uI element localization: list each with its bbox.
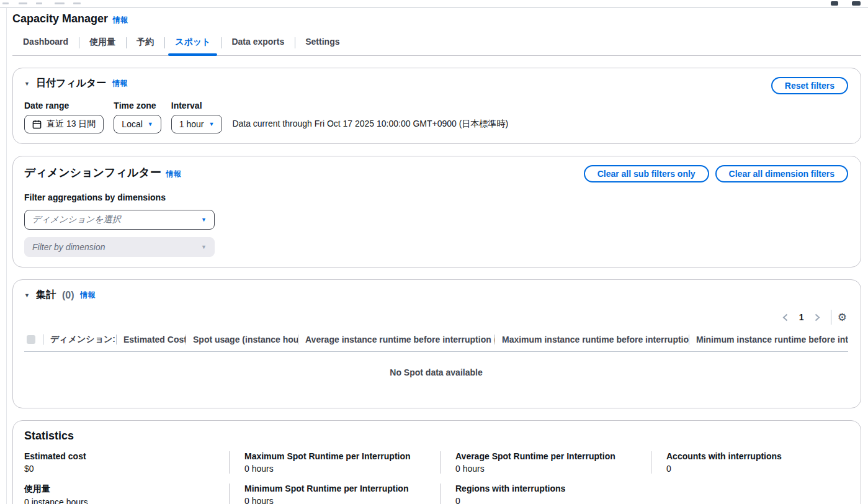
info-link[interactable]: 情報: [166, 169, 181, 179]
stat-label: Minimum Spot Runtime per Interruption: [244, 484, 440, 493]
dimension-filter-title: ディメンションフィルター: [24, 165, 161, 180]
stat-label: Accounts with interruptions: [666, 451, 848, 461]
chevron-down-icon: ▼: [148, 121, 153, 127]
column-label-maximum-runtime: Maximum instance runtime before interrup…: [502, 335, 689, 344]
stat-usage: 使用量 0 instance hours: [24, 484, 229, 504]
reset-filters-button[interactable]: Reset filters: [771, 77, 848, 94]
statistics-grid: Estimated cost $0 Maximum Spot Runtime p…: [24, 451, 848, 504]
time-zone-select[interactable]: Local ▼: [114, 115, 161, 133]
interval-value: 1 hour: [179, 119, 204, 129]
topbar-fragment: [36, 2, 42, 4]
pagination-next-button[interactable]: [810, 309, 826, 325]
stat-value: 0 instance hours: [24, 497, 229, 504]
calendar-icon: [32, 120, 42, 129]
date-range-button[interactable]: 直近 13 日間: [24, 115, 104, 133]
data-current-note: Data current through Fri Oct 17 2025 10:…: [232, 115, 508, 133]
stat-value: 0 hours: [455, 464, 651, 474]
toolbar-divider: [831, 310, 831, 325]
column-label-dimension: ディメンション: ...: [50, 334, 116, 345]
clear-dimension-filters-button[interactable]: Clear all dimension filters: [715, 165, 848, 182]
time-zone-field: Time zone Local ▼: [114, 101, 161, 133]
chevron-down-icon: ▼: [201, 244, 207, 250]
sub-filter-select-disabled: Filter by dimension ▼: [24, 237, 215, 257]
column-label-average-runtime: Average instance runtime before interrup…: [305, 335, 494, 344]
table-header-cell: Estimated Cost ▽: [116, 335, 186, 344]
date-filter-header[interactable]: ▼ 日付フィルター 情報: [24, 77, 127, 90]
table-header-cell: ディメンション: ...: [43, 334, 116, 345]
aggregation-header[interactable]: ▼ 集計 (0) 情報: [24, 289, 848, 302]
dimension-filter-actions: Clear all sub filters only Clear all dim…: [584, 165, 848, 182]
table-header-cell: Average instance runtime before interrup…: [298, 335, 494, 344]
stat-label: Average Spot Runtime per Interruption: [455, 451, 651, 461]
stat-avg-runtime: Average Spot Runtime per Interruption 0 …: [440, 451, 651, 474]
table-header-cell: Minimum instance runtime before interrup…: [689, 335, 848, 344]
chevron-left-icon: [782, 313, 788, 322]
topbar-fragment: [2, 2, 9, 4]
table-header-cell: Maximum instance runtime before interrup…: [494, 335, 689, 344]
date-filter-card: ▼ 日付フィルター 情報 Reset filters Date range 直近…: [12, 68, 861, 144]
stat-value: $0: [24, 464, 229, 474]
pagination-prev-button[interactable]: [777, 309, 794, 325]
select-all-checkbox[interactable]: [27, 335, 35, 344]
statistics-card: Statistics Estimated cost $0 Maximum Spo…: [12, 420, 861, 504]
stat-accounts-interruptions: Accounts with interruptions 0: [651, 451, 848, 474]
stat-min-runtime: Minimum Spot Runtime per Interruption 0 …: [229, 484, 440, 504]
table-header-row: ディメンション: ... Estimated Cost ▽ Spot usage…: [24, 330, 848, 352]
stat-value: 0: [666, 464, 848, 474]
time-zone-label: Time zone: [114, 101, 161, 110]
tab-settings[interactable]: Settings: [295, 30, 350, 55]
info-link[interactable]: 情報: [80, 290, 95, 300]
dimension-select-placeholder: ディメンションを選択: [32, 214, 121, 225]
tab-usage[interactable]: 使用量: [79, 30, 126, 55]
stat-value: 0: [455, 496, 651, 504]
table-header-cell: Spot usage (instance hours) ▽: [186, 335, 298, 344]
dimension-filter-card: ディメンションフィルター 情報 Clear all sub filters on…: [12, 156, 861, 268]
sub-filter-placeholder: Filter by dimension: [32, 242, 105, 252]
tab-bar: Dashboard 使用量 予約 スポット Data exports Setti…: [12, 30, 861, 56]
chevron-down-icon: ▼: [208, 121, 214, 127]
stat-label: 使用量: [24, 484, 229, 495]
capacity-manager-page: Capacity Manager 情報 Dashboard 使用量 予約 スポッ…: [0, 7, 868, 504]
tab-spot[interactable]: スポット: [164, 30, 221, 55]
column-label-minimum-runtime: Minimum instance runtime before interrup…: [696, 335, 848, 344]
stat-max-runtime: Maximum Spot Runtime per Interruption 0 …: [229, 451, 440, 474]
stat-value: 0 hours: [244, 496, 440, 504]
table-empty-message: No Spot data available: [24, 352, 848, 398]
console-top-bar: [0, 0, 868, 7]
dimension-select[interactable]: ディメンションを選択 ▼: [24, 210, 215, 230]
tab-data-exports[interactable]: Data exports: [221, 30, 295, 55]
chevron-right-icon: [815, 313, 820, 322]
stat-label: Regions with interruptions: [455, 484, 651, 493]
chevron-down-icon: ▼: [201, 217, 207, 223]
topbar-icon-fragment[interactable]: [852, 1, 861, 6]
interval-field: Interval 1 hour ▼: [171, 101, 223, 133]
tab-dashboard[interactable]: Dashboard: [12, 30, 79, 55]
date-range-field: Date range 直近 13 日間: [24, 101, 104, 133]
stat-regions-interruptions: Regions with interruptions 0: [440, 484, 651, 504]
clear-sub-filters-button[interactable]: Clear all sub filters only: [584, 165, 709, 182]
table-header-cell: [24, 335, 43, 344]
date-range-value: 直近 13 日間: [47, 119, 96, 130]
stat-label: Estimated cost: [24, 451, 229, 461]
date-filter-title: 日付フィルター: [36, 77, 107, 90]
pagination-page-number[interactable]: 1: [794, 309, 810, 325]
statistics-title: Statistics: [24, 430, 848, 443]
table-preferences-button[interactable]: ⚙: [836, 312, 848, 323]
aggregation-title: 集計: [36, 289, 56, 302]
interval-select[interactable]: 1 hour ▼: [171, 115, 223, 133]
table-toolbar: 1 ⚙: [24, 309, 848, 325]
page-title: Capacity Manager: [12, 12, 108, 25]
stat-label: Maximum Spot Runtime per Interruption: [244, 451, 440, 461]
gear-icon: ⚙: [838, 312, 847, 323]
info-link[interactable]: 情報: [112, 78, 127, 89]
info-link[interactable]: 情報: [113, 15, 128, 25]
aggregation-card: ▼ 集計 (0) 情報 1 ⚙ ディメンション: ... Estimate: [12, 279, 861, 408]
time-zone-value: Local: [122, 119, 142, 129]
tab-reservations[interactable]: 予約: [126, 30, 164, 55]
page-header: Capacity Manager 情報: [12, 7, 861, 25]
column-label-estimated-cost: Estimated Cost: [123, 335, 186, 344]
stat-estimated-cost: Estimated cost $0: [24, 451, 229, 474]
aggregation-count: (0): [62, 290, 74, 301]
topbar-icon-fragment[interactable]: [831, 1, 838, 6]
topbar-fragment: [19, 2, 27, 4]
